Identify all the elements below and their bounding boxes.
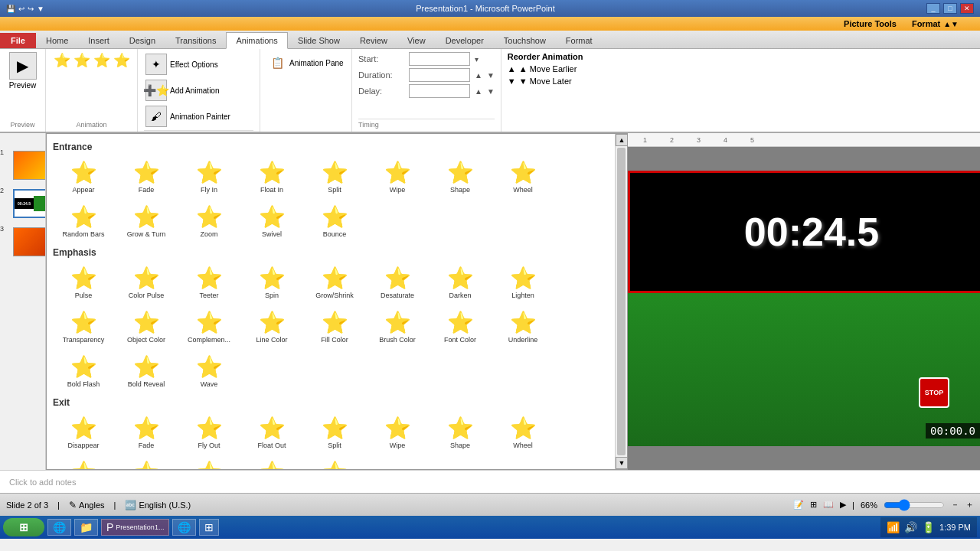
anim-shape-entrance[interactable]: ⭐ Shape — [430, 155, 491, 198]
anim-teeter[interactable]: ⭐ Teeter — [178, 261, 240, 304]
anim-split-exit[interactable]: ⭐ Split — [304, 411, 365, 454]
anim-float-out[interactable]: ⭐ Float Out — [241, 411, 302, 454]
scroll-down-button[interactable]: ▼ — [616, 457, 628, 469]
zoom-in-button[interactable]: ＋ — [965, 499, 974, 510]
anim-fill-color[interactable]: ⭐ Fill Color — [304, 305, 365, 348]
maximize-button[interactable]: □ — [943, 3, 957, 14]
tab-slideshow[interactable]: Slide Show — [288, 32, 350, 48]
anim-grow-shrink[interactable]: ⭐ Grow/Shrink — [304, 261, 365, 304]
reading-view-button[interactable]: 📖 — [823, 500, 834, 510]
preview-button[interactable]: ▶ Preview — [9, 52, 37, 90]
anim-bold-flash[interactable]: ⭐ Bold Flash — [53, 350, 114, 393]
anim-wheel-entrance[interactable]: ⭐ Wheel — [492, 155, 554, 198]
tab-format[interactable]: Format — [556, 32, 603, 48]
format-tab-label[interactable]: Format — [912, 19, 940, 28]
anim-grow-turn[interactable]: ⭐ Grow & Turn — [116, 200, 177, 243]
anim-font-color[interactable]: ⭐ Font Color — [430, 305, 491, 348]
anim-zoom-exit[interactable]: ⭐ Zoom — [178, 455, 240, 469]
start-button[interactable]: ⊞ — [3, 518, 44, 536]
anim-split-entrance[interactable]: ⭐ Split — [304, 155, 365, 198]
anim-wheel-exit[interactable]: ⭐ Wheel — [492, 411, 554, 454]
slide-thumb-3[interactable]: 3 — [11, 225, 43, 259]
delay-down[interactable]: ▼ — [487, 87, 495, 96]
start-input[interactable] — [409, 52, 470, 66]
anim-lighten[interactable]: ⭐ Lighten — [492, 261, 554, 304]
anim-line-color[interactable]: ⭐ Line Color — [241, 305, 302, 348]
duration-input[interactable] — [409, 68, 470, 82]
slideshow-button[interactable]: ▶ — [840, 500, 846, 510]
anim-swivel-entrance[interactable]: ⭐ Swivel — [241, 200, 302, 243]
anim-underline[interactable]: ⭐ Underline — [492, 305, 554, 348]
anim-fade-exit[interactable]: ⭐ Fade — [116, 411, 177, 454]
animation-pane-button[interactable]: 📋 Animation Pane — [266, 52, 345, 73]
anim-wipe-exit[interactable]: ⭐ Wipe — [367, 411, 428, 454]
zoom-out-button[interactable]: － — [951, 499, 959, 510]
duration-down[interactable]: ▼ — [487, 71, 495, 80]
anim-darken[interactable]: ⭐ Darken — [430, 261, 491, 304]
move-earlier-button[interactable]: ▲▲ Move Earlier — [508, 64, 618, 73]
animation-scrollbar[interactable]: ▲ ▼ — [615, 134, 627, 469]
notes-button[interactable]: 📝 — [793, 500, 804, 510]
close-button[interactable]: ✕ — [960, 3, 974, 14]
animation-scroll-area[interactable]: Entrance ⭐ Appear ⭐ Fade ⭐ Fly In — [47, 134, 615, 469]
delay-input[interactable] — [409, 84, 470, 98]
tab-transitions[interactable]: Transitions — [165, 32, 226, 48]
anim-wipe-entrance[interactable]: ⭐ Wipe — [367, 155, 428, 198]
minimize-button[interactable]: _ — [926, 3, 940, 14]
anim-spin[interactable]: ⭐ Spin — [241, 261, 302, 304]
anim-appear[interactable]: ⭐ Appear — [53, 155, 114, 198]
anim-shrink-turn[interactable]: ⭐ Shrink & Turn — [116, 455, 177, 469]
anim-bold-reveal[interactable]: ⭐ Bold Reveal — [116, 350, 177, 393]
anim-random-bars-entrance[interactable]: ⭐ Random Bars — [53, 200, 114, 243]
anim-random-bars-exit[interactable]: ⭐ Random Bars — [53, 455, 114, 469]
taskbar-windows[interactable]: ⊞ — [199, 519, 219, 536]
anim-desaturate[interactable]: ⭐ Desaturate — [367, 261, 428, 304]
taskbar-browser[interactable]: 🌐 — [172, 519, 196, 536]
tab-design[interactable]: Design — [119, 32, 165, 48]
tab-review[interactable]: Review — [350, 32, 397, 48]
anim-shape-exit[interactable]: ⭐ Shape — [430, 411, 491, 454]
anim-disappear[interactable]: ⭐ Disappear — [53, 411, 114, 454]
title-bar: 💾 ↩ ↪ ▼ Presentation1 - Microsoft PowerP… — [0, 0, 980, 17]
slide-thumb-1[interactable]: 1 — [11, 148, 43, 182]
tab-touchshow[interactable]: Touchshow — [494, 32, 556, 48]
tab-file[interactable]: File — [0, 33, 36, 48]
anim-bounce-entrance[interactable]: ⭐ Bounce — [304, 200, 365, 243]
taskbar-powerpoint[interactable]: P Presentation1... — [101, 519, 169, 536]
add-animation-button[interactable]: ➕⭐ Add Animation — [144, 78, 253, 103]
scroll-up-button[interactable]: ▲ — [616, 134, 628, 146]
anim-swivel-exit[interactable]: ⭐ Swivel — [241, 455, 302, 469]
anim-wave[interactable]: ⭐ Wave — [178, 350, 240, 393]
animation-painter-button[interactable]: 🖌 Animation Painter — [144, 104, 253, 129]
delay-up[interactable]: ▲ — [475, 87, 482, 96]
anim-fly-out[interactable]: ⭐ Fly Out — [178, 411, 240, 454]
anim-transparency[interactable]: ⭐ Transparency — [53, 305, 114, 348]
taskbar-explorer[interactable]: 📁 — [74, 519, 98, 536]
anim-bounce-exit[interactable]: ⭐ Bounce — [304, 455, 365, 469]
start-arrow[interactable]: ▾ — [475, 55, 479, 64]
duration-up[interactable]: ▲ — [475, 71, 482, 80]
slide-thumb-2[interactable]: 2 00:24.5 — [11, 187, 43, 220]
tab-insert[interactable]: Insert — [78, 32, 119, 48]
anim-fade-entrance[interactable]: ⭐ Fade — [116, 155, 177, 198]
anim-color-pulse[interactable]: ⭐ Color Pulse — [116, 261, 177, 304]
tab-developer[interactable]: Developer — [436, 32, 494, 48]
effect-options-button[interactable]: ✦ Effect Options — [144, 52, 253, 77]
anim-brush-color[interactable]: ⭐ Brush Color — [367, 305, 428, 348]
tab-home[interactable]: Home — [36, 32, 78, 48]
tab-view[interactable]: View — [397, 32, 436, 48]
move-later-button[interactable]: ▼▼ Move Later — [508, 77, 618, 86]
notes-bar[interactable]: Click to add notes — [0, 470, 980, 493]
taskbar-ie[interactable]: 🌐 — [47, 519, 71, 536]
anim-zoom-entrance[interactable]: ⭐ Zoom — [178, 200, 240, 243]
anim-float-in[interactable]: ⭐ Float In — [241, 155, 302, 198]
scroll-thumb[interactable] — [617, 148, 626, 455]
anim-complement[interactable]: ⭐ Complemen... — [178, 305, 240, 348]
tab-animations[interactable]: Animations — [226, 32, 287, 49]
anim-fly-in[interactable]: ⭐ Fly In — [178, 155, 240, 198]
zoom-slider[interactable] — [884, 499, 945, 511]
slide-sorter-button[interactable]: ⊞ — [810, 500, 817, 510]
anim-object-color[interactable]: ⭐ Object Color — [116, 305, 177, 348]
preview-label: Preview — [9, 81, 37, 90]
anim-pulse[interactable]: ⭐ Pulse — [53, 261, 114, 304]
